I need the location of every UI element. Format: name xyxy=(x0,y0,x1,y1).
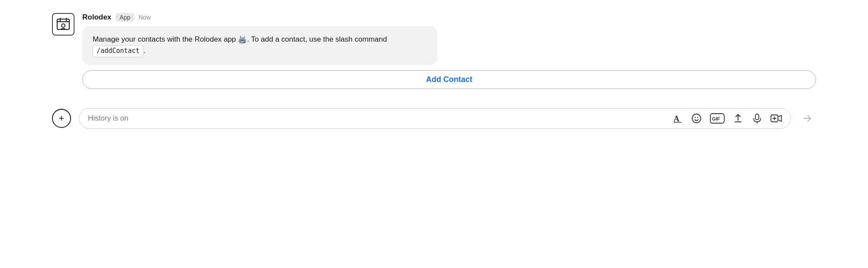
message-content: Rolodex App Now Manage your contacts wit… xyxy=(82,13,816,89)
message-input-container: A GIF xyxy=(79,108,791,129)
svg-point-7 xyxy=(692,114,701,123)
add-input-button[interactable]: + xyxy=(52,109,71,128)
body-text-1: Manage your contacts with the Rolodex ap… xyxy=(93,35,238,43)
chat-area: Rolodex App Now Manage your contacts wit… xyxy=(52,13,816,129)
body-text-2: . To add a contact, use the slash comman… xyxy=(247,35,387,43)
format-text-icon[interactable]: A xyxy=(672,113,683,124)
add-contact-button[interactable]: Add Contact xyxy=(82,70,816,89)
svg-point-8 xyxy=(695,117,696,118)
message-bubble: Manage your contacts with the Rolodex ap… xyxy=(82,26,437,65)
avatar xyxy=(52,13,74,36)
emoji-icon[interactable] xyxy=(691,113,702,124)
slash-command: /addContact xyxy=(93,45,143,57)
body-text-3: . xyxy=(143,46,146,55)
microphone-icon[interactable] xyxy=(751,113,763,124)
sender-name: Rolodex xyxy=(82,13,111,22)
send-button[interactable] xyxy=(799,110,816,127)
rolodex-emoji: 🖨️ xyxy=(238,35,247,43)
input-row: + A xyxy=(52,108,816,129)
gif-icon[interactable]: GIF xyxy=(710,113,725,124)
svg-text:GIF: GIF xyxy=(712,116,720,121)
add-video-icon[interactable] xyxy=(771,113,782,124)
timestamp: Now xyxy=(139,14,151,21)
svg-text:A: A xyxy=(674,114,680,123)
svg-rect-12 xyxy=(755,114,759,120)
app-badge: App xyxy=(116,13,134,22)
input-toolbar: A GIF xyxy=(672,113,782,124)
message-meta: Rolodex App Now xyxy=(82,13,816,22)
plus-icon: + xyxy=(59,114,65,123)
message-row: Rolodex App Now Manage your contacts wit… xyxy=(52,13,816,89)
svg-point-9 xyxy=(697,117,698,118)
upload-icon[interactable] xyxy=(732,113,744,124)
message-input[interactable] xyxy=(88,114,666,123)
svg-point-2 xyxy=(62,24,65,27)
